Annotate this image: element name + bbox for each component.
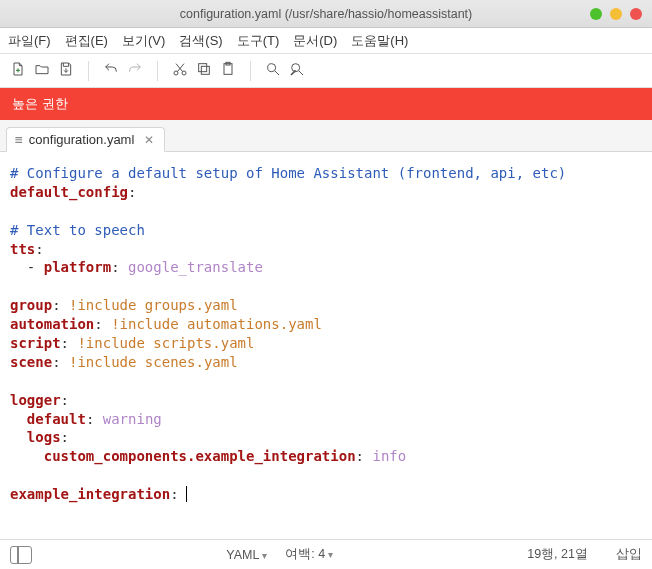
code-key: script — [10, 335, 61, 351]
code-key: platform — [44, 259, 111, 275]
open-file-icon[interactable] — [34, 61, 50, 80]
menu-help[interactable]: 도움말(H) — [351, 32, 408, 50]
close-button[interactable] — [630, 8, 642, 20]
copy-icon[interactable] — [196, 61, 212, 80]
svg-point-6 — [268, 64, 276, 72]
code-key: logger — [10, 392, 61, 408]
menu-edit[interactable]: 편집(E) — [65, 32, 108, 50]
code-key: default_config — [10, 184, 128, 200]
editor-area[interactable]: # Configure a default setup of Home Assi… — [0, 152, 652, 539]
replace-icon[interactable] — [289, 61, 305, 80]
menu-search[interactable]: 검색(S) — [179, 32, 222, 50]
code-key: tts — [10, 241, 35, 257]
menu-file[interactable]: 파일(F) — [8, 32, 51, 50]
tab-file-icon: ≡ — [15, 132, 23, 147]
code-value: google_translate — [128, 259, 263, 275]
banner-text: 높은 권한 — [12, 96, 68, 111]
window-titlebar: configuration.yaml (/usr/share/hassio/ho… — [0, 0, 652, 28]
side-panel-icon[interactable] — [10, 546, 32, 564]
window-controls — [590, 8, 642, 20]
tab-configuration-yaml[interactable]: ≡ configuration.yaml ✕ — [6, 127, 165, 152]
paste-icon[interactable] — [220, 61, 236, 80]
code-value: warning — [103, 411, 162, 427]
code-value: !include automations.yaml — [111, 316, 322, 332]
code-key: example_integration — [10, 486, 170, 502]
code-value: info — [372, 448, 406, 464]
code-key: scene — [10, 354, 52, 370]
menu-view[interactable]: 보기(V) — [122, 32, 165, 50]
statusbar: YAML 여백: 4 19행, 21열 삽입 — [0, 539, 652, 569]
code-key: logs — [27, 429, 61, 445]
menu-document[interactable]: 문서(D) — [293, 32, 337, 50]
status-spaces[interactable]: 여백: 4 — [285, 546, 333, 563]
redo-icon[interactable] — [127, 61, 143, 80]
menu-tools[interactable]: 도구(T) — [237, 32, 280, 50]
tab-close-icon[interactable]: ✕ — [144, 133, 154, 147]
status-language[interactable]: YAML — [226, 548, 267, 562]
svg-rect-2 — [201, 66, 209, 74]
code-key: default — [27, 411, 86, 427]
code-key: custom_components.example_integration — [44, 448, 356, 464]
code-value: !include groups.yaml — [69, 297, 238, 313]
elevated-privileges-banner: 높은 권한 — [0, 88, 652, 120]
cut-icon[interactable] — [172, 61, 188, 80]
svg-rect-3 — [199, 64, 207, 72]
text-cursor — [178, 486, 187, 502]
tabbar: ≡ configuration.yaml ✕ — [0, 120, 652, 152]
code-value: !include scripts.yaml — [77, 335, 254, 351]
new-file-icon[interactable] — [10, 61, 26, 80]
search-icon[interactable] — [265, 61, 281, 80]
toolbar — [0, 54, 652, 88]
tab-label: configuration.yaml — [29, 132, 135, 147]
menubar: 파일(F) 편집(E) 보기(V) 검색(S) 도구(T) 문서(D) 도움말(… — [0, 28, 652, 54]
minimize-button[interactable] — [590, 8, 602, 20]
code-key: group — [10, 297, 52, 313]
save-file-icon[interactable] — [58, 61, 74, 80]
code-value: !include scenes.yaml — [69, 354, 238, 370]
status-position: 19행, 21열 — [527, 546, 588, 563]
code-comment: # Text to speech — [10, 222, 145, 238]
code-key: automation — [10, 316, 94, 332]
undo-icon[interactable] — [103, 61, 119, 80]
maximize-button[interactable] — [610, 8, 622, 20]
code-comment: # Configure a default setup of Home Assi… — [10, 165, 566, 181]
status-mode: 삽입 — [616, 546, 642, 563]
window-title: configuration.yaml (/usr/share/hassio/ho… — [180, 7, 473, 21]
